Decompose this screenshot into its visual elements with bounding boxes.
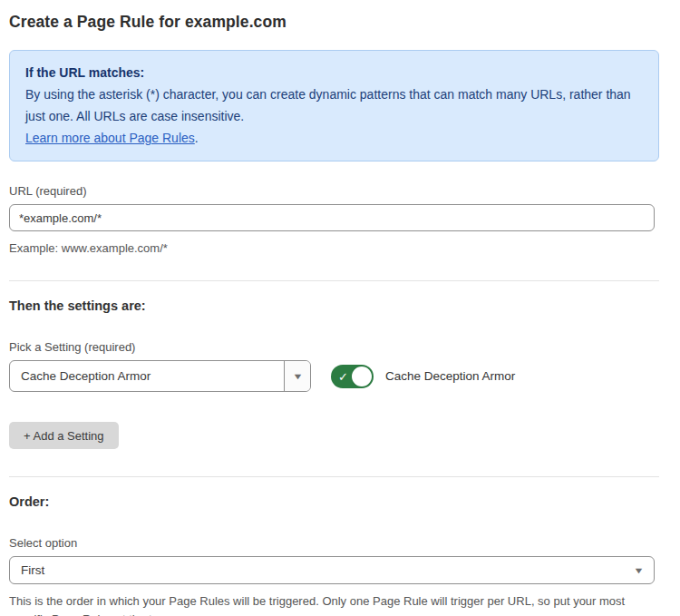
- setting-picker-dropdown[interactable]: Cache Deception Armor ▼: [9, 360, 311, 392]
- setting-picker-arrow-button[interactable]: ▼: [284, 361, 310, 391]
- info-box-body: By using the asterisk (*) character, you…: [25, 83, 643, 127]
- add-setting-button[interactable]: + Add a Setting: [9, 422, 119, 449]
- order-select-label: Select option: [9, 536, 659, 550]
- order-select-value: First: [21, 563, 635, 577]
- setting-picker-value: Cache Deception Armor: [10, 361, 284, 391]
- chevron-down-icon: ▼: [633, 566, 644, 575]
- setting-row: Cache Deception Armor ▼ ✓ Cache Deceptio…: [9, 360, 659, 392]
- order-section-heading: Order:: [9, 494, 659, 509]
- settings-section-heading: Then the settings are:: [9, 298, 659, 313]
- url-match-info-box: If the URL matches: By using the asteris…: [9, 50, 659, 161]
- info-box-link-line: Learn more about Page Rules.: [25, 127, 643, 149]
- url-input[interactable]: [9, 204, 655, 231]
- divider: [9, 280, 659, 281]
- check-icon: ✓: [338, 370, 348, 382]
- order-helper-text: This is the order in which your Page Rul…: [9, 592, 644, 616]
- toggle-knob: [352, 367, 372, 386]
- learn-more-link[interactable]: Learn more about Page Rules: [25, 131, 195, 145]
- setting-toggle-label: Cache Deception Armor: [385, 369, 515, 383]
- setting-toggle-wrap: ✓ Cache Deception Armor: [331, 365, 515, 388]
- order-select[interactable]: First ▼: [9, 556, 655, 584]
- link-suffix: .: [195, 131, 199, 145]
- url-field-label: URL (required): [9, 184, 659, 198]
- setting-toggle[interactable]: ✓: [331, 365, 374, 388]
- info-box-heading: If the URL matches:: [25, 62, 643, 83]
- url-example-helper: Example: www.example.com/*: [9, 240, 659, 258]
- chevron-down-icon: ▼: [292, 372, 303, 381]
- divider: [9, 476, 659, 477]
- page-title: Create a Page Rule for example.com: [9, 13, 659, 32]
- setting-picker-label: Pick a Setting (required): [9, 340, 659, 354]
